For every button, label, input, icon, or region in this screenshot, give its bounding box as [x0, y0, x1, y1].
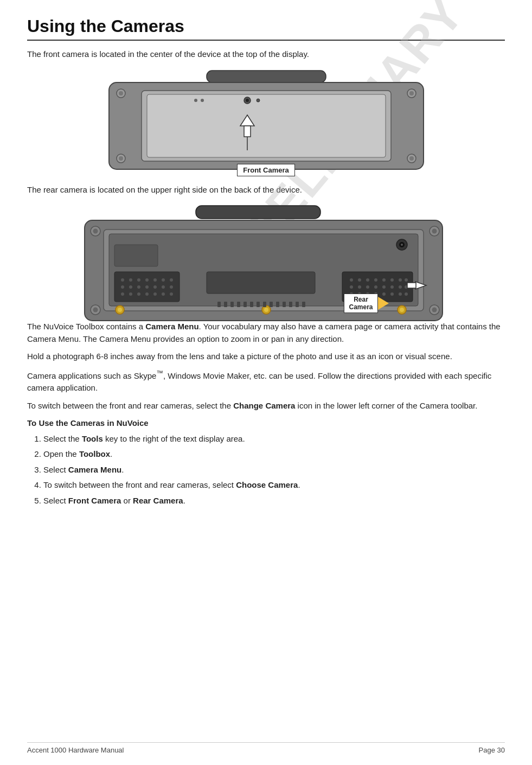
svg-point-69 — [350, 285, 353, 289]
front-camera-intro: The front camera is located in the cente… — [27, 48, 505, 61]
svg-point-35 — [264, 308, 268, 312]
svg-rect-91 — [257, 302, 260, 307]
svg-point-61 — [350, 278, 353, 282]
svg-point-48 — [137, 285, 140, 289]
svg-point-72 — [374, 285, 377, 289]
svg-point-73 — [382, 285, 386, 289]
svg-point-37 — [400, 308, 404, 312]
step-2: Open the Toolbox. — [43, 448, 505, 461]
step-1: Select the Tools key to the right of the… — [43, 433, 505, 445]
page-title: Using the Cameras — [27, 16, 505, 41]
svg-point-9 — [119, 156, 123, 161]
svg-point-67 — [399, 278, 402, 282]
steps-list: Select the Tools key to the right of the… — [27, 433, 505, 507]
svg-rect-93 — [270, 302, 273, 307]
svg-rect-89 — [243, 302, 247, 307]
footer-right: Page 30 — [479, 746, 505, 754]
svg-point-50 — [153, 285, 157, 289]
svg-rect-20 — [196, 206, 321, 219]
svg-rect-103 — [114, 245, 158, 266]
svg-point-14 — [257, 99, 260, 102]
rear-camera-svg — [76, 201, 456, 331]
front-camera-diagram: Front Camera — [27, 66, 505, 176]
svg-rect-0 — [207, 71, 326, 82]
svg-point-42 — [145, 278, 149, 282]
svg-point-33 — [118, 308, 122, 312]
svg-point-52 — [170, 285, 173, 289]
svg-point-62 — [358, 278, 361, 282]
front-camera-svg — [98, 66, 434, 180]
footer: Accent 1000 Hardware Manual Page 30 — [27, 742, 505, 754]
svg-point-41 — [137, 278, 140, 282]
svg-point-54 — [129, 292, 132, 296]
svg-point-27 — [432, 229, 437, 234]
svg-point-58 — [162, 292, 165, 296]
front-camera-label: Front Camera — [237, 164, 295, 176]
body-paragraph-4: To switch between the front and rear cam… — [27, 400, 505, 412]
rear-camera-label: RearCamera — [344, 294, 377, 313]
svg-point-68 — [405, 278, 408, 282]
svg-point-82 — [390, 292, 394, 296]
svg-point-51 — [162, 285, 165, 289]
svg-rect-88 — [237, 302, 240, 307]
body-paragraph-3: Camera applications such as Skype™, Wind… — [27, 368, 505, 394]
svg-point-57 — [153, 292, 157, 296]
svg-point-66 — [390, 278, 394, 282]
svg-rect-92 — [263, 302, 266, 307]
svg-rect-98 — [302, 302, 305, 307]
svg-point-39 — [121, 278, 124, 282]
svg-point-45 — [170, 278, 173, 282]
svg-point-47 — [129, 285, 132, 289]
svg-point-25 — [93, 229, 98, 234]
svg-point-43 — [153, 278, 157, 282]
rear-camera-diagram: RearCamera — [27, 201, 505, 313]
svg-rect-18 — [244, 126, 251, 137]
svg-point-40 — [129, 278, 132, 282]
svg-point-83 — [399, 292, 402, 296]
svg-rect-85 — [217, 302, 221, 307]
svg-rect-94 — [276, 302, 279, 307]
svg-point-49 — [145, 285, 149, 289]
svg-rect-96 — [289, 302, 292, 307]
svg-point-13 — [246, 99, 249, 102]
step-4: To switch between the front and rear cam… — [43, 479, 505, 492]
svg-rect-86 — [224, 302, 227, 307]
rear-camera-intro: The rear camera is located on the upper … — [27, 184, 505, 196]
svg-point-11 — [409, 156, 414, 161]
step-5: Select Front Camera or Rear Camera. — [43, 495, 505, 507]
svg-point-31 — [432, 308, 437, 313]
svg-point-102 — [401, 244, 403, 246]
svg-rect-3 — [147, 94, 386, 157]
svg-point-84 — [405, 292, 408, 296]
svg-point-7 — [409, 91, 414, 95]
svg-rect-90 — [250, 302, 253, 307]
svg-point-74 — [390, 285, 394, 289]
svg-rect-105 — [407, 283, 416, 288]
footer-left: Accent 1000 Hardware Manual — [27, 746, 124, 754]
svg-point-53 — [121, 292, 124, 296]
svg-point-59 — [170, 292, 173, 296]
svg-rect-87 — [230, 302, 234, 307]
svg-point-16 — [201, 99, 204, 102]
svg-rect-95 — [283, 302, 286, 307]
svg-rect-97 — [296, 302, 299, 307]
svg-point-71 — [366, 285, 369, 289]
step-3: Select Camera Menu. — [43, 464, 505, 476]
svg-point-15 — [194, 99, 197, 102]
svg-point-65 — [382, 278, 386, 282]
svg-point-5 — [119, 91, 123, 95]
svg-point-44 — [162, 278, 165, 282]
svg-rect-99 — [207, 272, 315, 294]
svg-point-46 — [121, 285, 124, 289]
instructions-heading: To Use the Cameras in NuVoice — [27, 417, 505, 430]
svg-point-56 — [145, 292, 149, 296]
svg-point-29 — [93, 308, 98, 313]
svg-point-55 — [137, 292, 140, 296]
svg-point-63 — [366, 278, 369, 282]
svg-point-75 — [399, 285, 402, 289]
svg-point-70 — [358, 285, 361, 289]
body-paragraph-2: Hold a photograph 6-8 inches away from t… — [27, 350, 505, 363]
svg-point-64 — [374, 278, 377, 282]
